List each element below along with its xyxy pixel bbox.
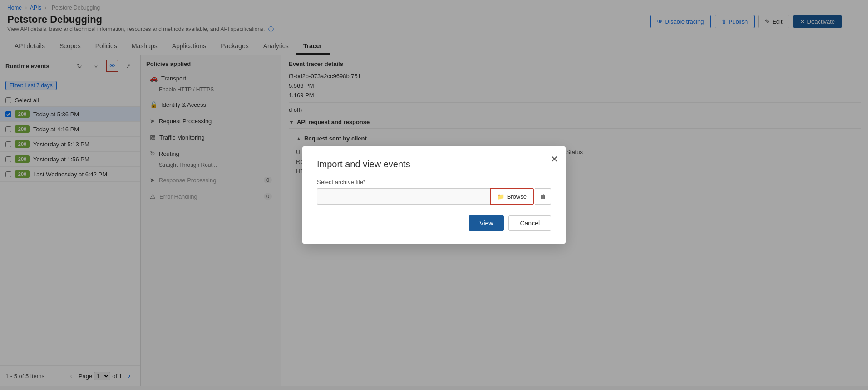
modal-close-button[interactable]: ✕ bbox=[551, 154, 558, 165]
modal-overlay[interactable]: ✕ Import and view events Select archive … bbox=[0, 0, 868, 386]
cancel-button[interactable]: Cancel bbox=[508, 215, 551, 231]
file-input-row: 📁 Browse 🗑 bbox=[317, 188, 551, 205]
modal-title: Import and view events bbox=[317, 159, 551, 170]
file-input-label: Select archive file* bbox=[317, 179, 551, 185]
file-path-input[interactable] bbox=[317, 188, 490, 205]
import-view-modal: ✕ Import and view events Select archive … bbox=[302, 146, 566, 244]
view-button[interactable]: View bbox=[469, 215, 504, 231]
folder-icon: 📁 bbox=[497, 193, 504, 200]
modal-actions: View Cancel bbox=[317, 215, 551, 231]
browse-button[interactable]: 📁 Browse bbox=[490, 188, 534, 205]
clear-file-button[interactable]: 🗑 bbox=[535, 188, 551, 205]
trash-icon: 🗑 bbox=[540, 193, 546, 200]
